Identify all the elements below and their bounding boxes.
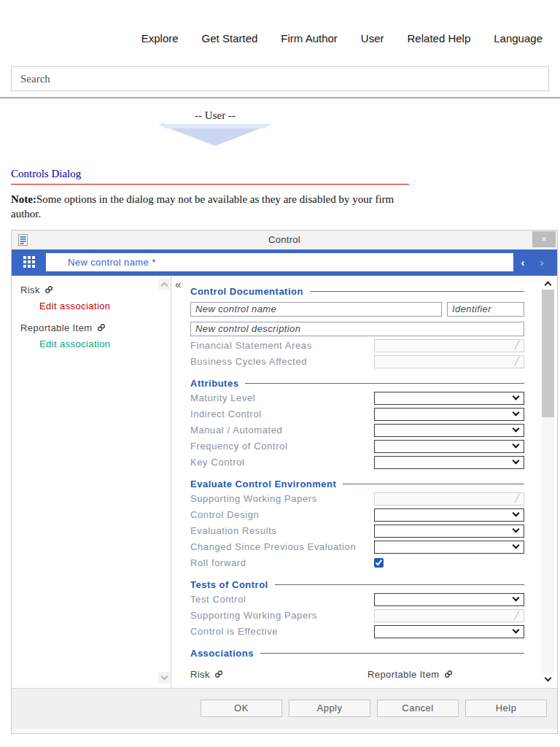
section-associations: Associations bbox=[190, 648, 524, 659]
control-is-effective-select[interactable] bbox=[374, 625, 524, 638]
field-label: Maturity Level bbox=[190, 392, 374, 403]
form-row: Manual / Automated bbox=[190, 424, 524, 437]
collapse-panel-icon[interactable]: « bbox=[175, 278, 181, 290]
edit-pencil-icon: ╱ bbox=[514, 341, 519, 350]
control-design-select[interactable] bbox=[374, 508, 524, 522]
note-text: Some options in the dialog may not be av… bbox=[11, 193, 394, 220]
chevron-down-icon bbox=[513, 393, 520, 400]
search-input[interactable] bbox=[11, 66, 549, 91]
form-row: Financial Statement Areas ╱ bbox=[190, 339, 524, 352]
associations-row: Risk Reportable Item bbox=[190, 669, 524, 680]
search-bar bbox=[11, 66, 549, 91]
form-row: Maturity Level bbox=[190, 392, 524, 405]
close-icon[interactable]: × bbox=[532, 231, 556, 247]
nav-item-firm-author[interactable]: Firm Author bbox=[281, 32, 338, 44]
reportable-item-label: Reportable Item bbox=[368, 669, 440, 680]
field-label: Business Cycles Affected bbox=[190, 356, 374, 367]
scrollbar-thumb[interactable] bbox=[542, 290, 554, 417]
apply-button[interactable]: Apply bbox=[289, 700, 370, 717]
section-title: Associations bbox=[190, 648, 254, 659]
nav-item-user[interactable]: User bbox=[361, 32, 384, 44]
association-sidebar: Risk Edit association Reportable Item Ed… bbox=[12, 276, 158, 688]
cancel-button[interactable]: Cancel bbox=[377, 700, 459, 717]
nav-item-explore[interactable]: Explore bbox=[141, 32, 179, 44]
nav-item-language[interactable]: Language bbox=[494, 32, 542, 44]
section-evaluate-control-environment: Evaluate Control Environment bbox=[190, 479, 524, 489]
header-divider bbox=[0, 97, 560, 98]
field-label: Supporting Working Papers bbox=[190, 610, 374, 621]
content-scrollbar[interactable] bbox=[539, 276, 557, 688]
risk-label: Risk bbox=[20, 285, 40, 295]
association-risk[interactable]: Risk bbox=[190, 669, 368, 680]
field-label: Manual / Automated bbox=[190, 425, 374, 436]
indirect-control-select[interactable] bbox=[374, 408, 524, 421]
form-content: « Control Documentation Financial Statem… bbox=[171, 276, 539, 688]
scroll-up-icon[interactable] bbox=[158, 279, 170, 290]
form-row: Changed Since Previous Evaluation bbox=[190, 541, 524, 554]
dialog-bottom-strip bbox=[12, 729, 557, 733]
scrollbar-track[interactable] bbox=[542, 290, 554, 673]
name-identifier-row bbox=[190, 302, 524, 317]
edit-pencil-icon: ╱ bbox=[514, 494, 519, 503]
manual-automated-select[interactable] bbox=[374, 424, 524, 437]
section-title: Attributes bbox=[190, 378, 238, 389]
article: Controls Dialog Note:Some options in the… bbox=[11, 168, 409, 222]
form-row: Test Control bbox=[190, 593, 524, 606]
field-label: Frequency of Control bbox=[190, 441, 374, 452]
chevron-right-icon[interactable]: › bbox=[532, 256, 551, 268]
section-title: Evaluate Control Environment bbox=[190, 479, 336, 489]
description-row bbox=[190, 322, 524, 336]
ok-button[interactable]: OK bbox=[201, 700, 282, 717]
scroll-down-icon[interactable] bbox=[158, 672, 170, 684]
chevron-down-icon bbox=[513, 627, 520, 634]
form-row: Key Control bbox=[190, 456, 524, 469]
arrow-down-icon bbox=[158, 124, 272, 146]
control-name-input[interactable] bbox=[46, 253, 513, 271]
grid-menu-icon[interactable] bbox=[23, 256, 36, 268]
changed-since-previous-evaluation-select[interactable] bbox=[374, 541, 524, 554]
roll-forward-checkbox[interactable] bbox=[374, 558, 384, 568]
dialog-footer: OK Apply Cancel Help bbox=[12, 688, 557, 729]
control-dialog: Control × ‹ › Risk Edit association Repo… bbox=[11, 230, 558, 734]
edit-association-reportable-link[interactable]: Edit association bbox=[20, 338, 158, 349]
nav-item-get-started[interactable]: Get Started bbox=[202, 32, 258, 44]
chevron-down-icon bbox=[513, 409, 520, 417]
association-reportable-item[interactable]: Reportable Item bbox=[368, 669, 453, 680]
scroll-up-icon[interactable] bbox=[542, 278, 554, 290]
help-button[interactable]: Help bbox=[465, 700, 547, 717]
form-row: Control Design bbox=[190, 508, 524, 522]
link-icon bbox=[214, 670, 223, 678]
supporting-working-papers-field: ╱ bbox=[374, 492, 524, 506]
field-label: Roll forward bbox=[190, 557, 374, 568]
form-row: Business Cycles Affected ╱ bbox=[190, 355, 524, 368]
field-label: Financial Statement Areas bbox=[190, 340, 374, 351]
link-icon bbox=[444, 670, 453, 678]
form-row: Frequency of Control bbox=[190, 440, 524, 453]
form-row: Supporting Working Papers ╱ bbox=[190, 492, 524, 506]
key-control-select[interactable] bbox=[374, 456, 524, 469]
financial-statement-areas-field: ╱ bbox=[374, 339, 524, 352]
field-label: Key Control bbox=[190, 457, 374, 468]
chevron-left-icon[interactable]: ‹ bbox=[513, 256, 532, 268]
field-label: Test Control bbox=[190, 594, 374, 605]
sidebar-item-reportable-item: Reportable Item bbox=[20, 322, 158, 333]
test-control-select[interactable] bbox=[374, 593, 524, 606]
edit-pencil-icon: ╱ bbox=[514, 611, 519, 620]
evaluation-results-select[interactable] bbox=[374, 525, 524, 538]
maturity-level-select[interactable] bbox=[374, 392, 524, 405]
nav-item-related-help[interactable]: Related Help bbox=[408, 32, 471, 44]
sidebar-scrollbar[interactable] bbox=[158, 276, 171, 688]
frequency-of-control-select[interactable] bbox=[374, 440, 524, 453]
flow-user-label: -- User -- bbox=[11, 109, 419, 122]
reportable-item-label: Reportable Item bbox=[20, 322, 93, 333]
flow-marker: -- User -- bbox=[11, 109, 419, 146]
chevron-down-icon bbox=[513, 595, 520, 602]
dialog-toolbar: ‹ › bbox=[12, 249, 557, 276]
note-paragraph: Note:Some options in the dialog may not … bbox=[11, 193, 409, 222]
identifier-field[interactable] bbox=[447, 302, 524, 317]
new-control-name-field[interactable] bbox=[190, 302, 442, 317]
control-description-field[interactable] bbox=[190, 322, 524, 336]
scroll-down-icon[interactable] bbox=[542, 673, 554, 685]
edit-association-risk-link[interactable]: Edit association bbox=[20, 301, 158, 311]
form-row: Control is Effective bbox=[190, 625, 524, 638]
